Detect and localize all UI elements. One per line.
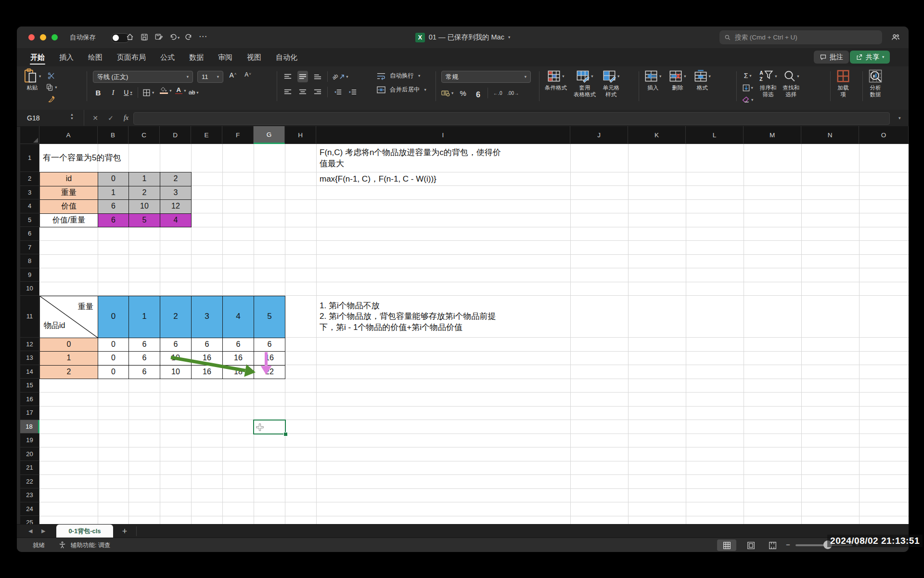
- cell-A1[interactable]: 有一个容量为5的背包: [39, 144, 98, 172]
- cell-C4[interactable]: 10: [128, 199, 160, 214]
- row-header-10[interactable]: 10: [20, 282, 39, 296]
- autosum-button[interactable]: Σ▾: [742, 70, 753, 81]
- cell-C13[interactable]: 6: [128, 351, 160, 366]
- align-center-button[interactable]: [297, 86, 308, 98]
- cell-I2[interactable]: max{F(n-1, C)，F(n-1, C - W(i))}: [316, 172, 571, 186]
- row-header-22[interactable]: 22: [20, 475, 39, 489]
- column-header-D[interactable]: D: [160, 126, 191, 144]
- bold-button[interactable]: B: [93, 87, 103, 98]
- row-header-21[interactable]: 21: [20, 461, 39, 475]
- cell-B5[interactable]: 6: [98, 213, 129, 228]
- insert-function-icon[interactable]: fx: [121, 113, 131, 123]
- zoom-out-icon[interactable]: −: [786, 540, 790, 549]
- tab-页面布局[interactable]: 页面布局: [110, 48, 153, 66]
- row-header-16[interactable]: 16: [20, 393, 39, 407]
- align-right-button[interactable]: [312, 86, 323, 98]
- sheet-tab-active[interactable]: 0-1背包-cls: [56, 525, 113, 538]
- formula-input[interactable]: [133, 112, 890, 125]
- font-size-select[interactable]: 11 ▾: [197, 71, 223, 83]
- cell-G14[interactable]: 22: [254, 365, 285, 380]
- column-header-J[interactable]: J: [570, 126, 628, 144]
- tab-公式[interactable]: 公式: [153, 48, 182, 66]
- borders-button[interactable]: ▾: [142, 87, 154, 98]
- accessibility-icon[interactable]: [58, 541, 66, 549]
- cell-C2[interactable]: 1: [128, 172, 160, 186]
- align-bottom-button[interactable]: [312, 71, 323, 82]
- copy-button[interactable]: ▾: [46, 81, 57, 93]
- delete-cells-button[interactable]: ▾ 删除: [669, 69, 686, 107]
- column-header-E[interactable]: E: [191, 126, 222, 144]
- cell-C14[interactable]: 6: [128, 365, 160, 380]
- clear-button[interactable]: ▾: [742, 94, 753, 105]
- align-left-button[interactable]: [282, 86, 293, 98]
- column-header-N[interactable]: N: [801, 126, 859, 144]
- cell-D2[interactable]: 2: [160, 172, 192, 186]
- cell-C5[interactable]: 5: [128, 213, 160, 228]
- cell-B3[interactable]: 1: [98, 186, 129, 200]
- selection-fill-handle[interactable]: [283, 432, 288, 436]
- cell-A13[interactable]: 1: [39, 351, 98, 366]
- cell-B4[interactable]: 6: [98, 199, 129, 214]
- column-header-F[interactable]: F: [222, 126, 254, 144]
- column-header-B[interactable]: B: [98, 126, 128, 144]
- minimize-window-button[interactable]: [40, 34, 46, 40]
- row-header-12[interactable]: 12: [20, 338, 39, 352]
- insert-cells-button[interactable]: ▾ 插入: [644, 69, 661, 107]
- cell-F11[interactable]: 4: [222, 296, 254, 338]
- column-header-G[interactable]: G: [254, 126, 285, 144]
- normal-view-button[interactable]: [717, 539, 736, 551]
- cell-E11[interactable]: 3: [191, 296, 223, 338]
- conditional-format-button[interactable]: ▾ 条件格式: [545, 69, 567, 107]
- fill-button[interactable]: ▾: [742, 82, 753, 93]
- people-icon[interactable]: [890, 32, 901, 42]
- merge-center-button[interactable]: 合并后居中: [390, 86, 420, 94]
- page-layout-view-button[interactable]: [741, 539, 760, 551]
- cell-C11[interactable]: 1: [128, 296, 160, 338]
- save-icon[interactable]: [139, 32, 150, 42]
- row-header-1[interactable]: 1: [20, 144, 39, 172]
- column-header-K[interactable]: K: [628, 126, 686, 144]
- column-header-A[interactable]: A: [39, 126, 98, 144]
- italic-button[interactable]: I: [108, 87, 118, 98]
- strikethrough-button[interactable]: ab▾: [188, 87, 199, 98]
- column-header-C[interactable]: C: [128, 126, 160, 144]
- tab-数据[interactable]: 数据: [182, 48, 211, 66]
- cell-I1[interactable]: F(n,C) 考虑将n个物品放进容量为c的背包，使得价 值最大: [316, 144, 571, 172]
- cell-E13[interactable]: 16: [191, 351, 223, 366]
- title-chevron-icon[interactable]: ▾: [508, 35, 510, 39]
- underline-button[interactable]: U▾: [123, 87, 133, 98]
- format-cells-button[interactable]: ▾ 格式: [694, 69, 711, 107]
- align-middle-button[interactable]: [297, 71, 308, 82]
- close-window-button[interactable]: [28, 34, 35, 40]
- cell-D5[interactable]: 4: [160, 213, 192, 228]
- more-commands-icon[interactable]: ⋯: [199, 31, 207, 41]
- row-header-18[interactable]: 18: [20, 420, 39, 434]
- cell-D4[interactable]: 12: [160, 199, 192, 214]
- name-box-spinner[interactable]: ▲ ▼: [70, 113, 74, 120]
- align-top-button[interactable]: [282, 71, 293, 82]
- row-header-17[interactable]: 17: [20, 406, 39, 420]
- cell-styles-button[interactable]: ▾ 单元格 样式: [603, 69, 619, 107]
- cut-button[interactable]: [46, 70, 57, 81]
- row-header-14[interactable]: 14: [20, 365, 39, 379]
- find-select-button[interactable]: ▾ 查找和 选择: [783, 69, 800, 107]
- column-header-O[interactable]: O: [859, 126, 909, 144]
- cell-B2[interactable]: 0: [98, 172, 129, 186]
- tab-开始[interactable]: 开始: [23, 48, 52, 66]
- column-header-H[interactable]: H: [285, 126, 316, 144]
- font-color-button[interactable]: A ▾: [173, 87, 184, 98]
- cell-F14[interactable]: 18: [222, 365, 254, 380]
- save-as-icon[interactable]: [154, 32, 164, 42]
- prev-sheet-icon[interactable]: ◀: [28, 528, 32, 534]
- tab-自动化[interactable]: 自动化: [269, 48, 305, 66]
- cell-B13[interactable]: 0: [98, 351, 129, 366]
- analyze-data-button[interactable]: 分析 数据: [868, 69, 883, 98]
- cell-C3[interactable]: 2: [128, 186, 160, 200]
- fill-color-button[interactable]: ▾: [158, 87, 169, 98]
- cell-I11[interactable]: 1. 第i个物品不放 2. 第i个物品放，背包容量能够存放第i个物品前提 下，第…: [316, 296, 571, 338]
- cell-G12[interactable]: 6: [254, 338, 285, 352]
- decrease-decimal-button[interactable]: .00→: [507, 87, 519, 99]
- cell-E14[interactable]: 16: [191, 365, 223, 380]
- percent-style-button[interactable]: %: [458, 87, 468, 99]
- tab-插入[interactable]: 插入: [52, 48, 81, 66]
